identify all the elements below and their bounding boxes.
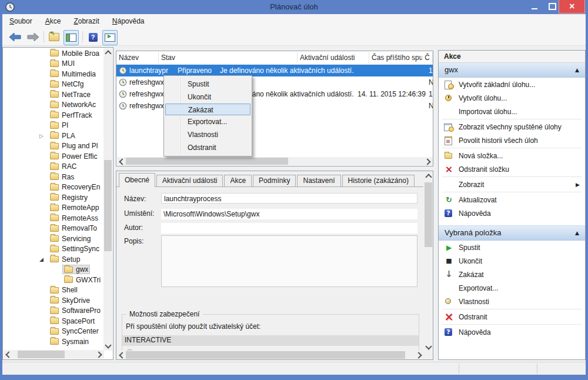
tree-item[interactable]: PI (3, 121, 103, 131)
export-list-button[interactable] (47, 30, 61, 44)
details-tab[interactable]: Historie (zakázáno) (342, 175, 415, 186)
tree-item[interactable]: Power Effic (3, 151, 103, 162)
tree-item[interactable]: PLA (3, 131, 103, 141)
context-menu-item[interactable]: Zakázat (165, 104, 250, 115)
tree-item[interactable]: PerfTrack (3, 110, 103, 121)
maximize-button[interactable] (544, 0, 560, 13)
tree-item[interactable]: Ras (3, 172, 103, 182)
tree-item[interactable]: NetworkAc (3, 100, 103, 111)
action-item[interactable]: Nová složka... (439, 149, 585, 162)
selected-item-section-header[interactable]: Vybraná položka (439, 225, 585, 241)
tree-item[interactable]: SoftwarePro (3, 306, 103, 316)
action-item[interactable]: Zobrazit (439, 178, 585, 191)
forward-button[interactable] (26, 30, 40, 44)
tree-item[interactable]: Servicing (3, 234, 103, 244)
tree-item[interactable]: Setup (3, 254, 103, 265)
action-item[interactable]: Nápověda (439, 206, 585, 220)
scroll-right-button[interactable] (424, 157, 433, 166)
back-button[interactable] (8, 30, 22, 44)
folder-actions-section-header[interactable]: gwx (439, 63, 585, 78)
context-menu-item[interactable]: Vlastnosti (164, 128, 252, 141)
tree-item[interactable]: SpacePort (3, 316, 103, 326)
tree-item[interactable]: Mobile Broa (3, 48, 103, 59)
action-item[interactable]: Spustit (439, 241, 585, 254)
scroll-left-button[interactable] (117, 157, 126, 166)
minimize-button[interactable] (527, 0, 542, 13)
scrollbar-thumb[interactable] (18, 351, 65, 358)
tree-item[interactable]: NetTrace (3, 89, 103, 100)
tree-item[interactable]: SettingSync (3, 244, 103, 255)
tree-item[interactable]: SyncCenter (3, 326, 103, 337)
scroll-down-button[interactable] (424, 343, 433, 352)
help-button[interactable] (86, 30, 100, 44)
action-item[interactable]: Odstranit (439, 310, 585, 324)
column-header[interactable]: Čas příštího spuštění (369, 52, 422, 63)
tree-item[interactable]: RemoteApp (3, 203, 103, 214)
tree-horizontal-scrollbar[interactable] (4, 350, 104, 359)
tree-item[interactable]: SkyDrive (3, 295, 103, 306)
scrollbar-thumb[interactable] (126, 158, 288, 165)
scroll-left-button[interactable] (117, 351, 126, 359)
tree-item[interactable]: gwx (3, 265, 103, 275)
tree-expander-icon[interactable] (39, 256, 48, 262)
menu-bar-item[interactable]: Soubor (9, 17, 32, 25)
tree-item[interactable]: Plug and Pl (3, 141, 103, 152)
action-item[interactable]: Importovat úlohu... (439, 105, 585, 118)
collapse-section-icon[interactable] (575, 63, 579, 77)
tree-item[interactable]: Sysmain (3, 336, 103, 347)
show-running-tasks-button[interactable] (102, 30, 118, 45)
tree-item[interactable]: Registry (3, 192, 103, 203)
scrollbar-thumb[interactable] (126, 351, 405, 359)
column-header[interactable]: Stav (159, 52, 298, 63)
context-menu-item[interactable]: Exportovat... (164, 115, 252, 128)
details-tab[interactable]: Obecné (119, 173, 155, 187)
scroll-right-button[interactable] (95, 350, 104, 359)
tree-item[interactable]: GWXTri (3, 275, 103, 285)
details-horizontal-scrollbar[interactable] (117, 351, 424, 359)
task-list-horizontal-scrollbar[interactable] (117, 157, 433, 165)
details-tab[interactable]: Podmínky (253, 175, 296, 186)
scroll-up-button[interactable] (103, 48, 112, 57)
menu-bar-item[interactable]: Nápověda (112, 17, 145, 25)
tree-item[interactable]: MUI (3, 59, 103, 69)
column-header[interactable]: Aktivační události (298, 52, 369, 63)
action-item[interactable]: Vytvořit úlohu... (439, 91, 585, 105)
context-menu-item[interactable]: Spustit (164, 78, 252, 91)
tree-item[interactable]: RecoveryEn (3, 182, 103, 193)
close-button[interactable] (559, 0, 585, 14)
column-header[interactable]: Název (116, 52, 159, 63)
tree-item[interactable]: Shell (3, 285, 103, 296)
scroll-left-button[interactable] (4, 350, 12, 359)
tree-item[interactable]: Multimedia (3, 69, 103, 79)
scroll-up-button[interactable] (424, 172, 433, 181)
scrollbar-thumb[interactable] (425, 182, 432, 247)
menu-bar-item[interactable]: Akce (45, 17, 61, 25)
tree-expander-icon[interactable] (39, 133, 48, 139)
action-item[interactable]: Vytvořit základní úlohu... (439, 78, 585, 91)
collapse-section-icon[interactable] (575, 226, 579, 240)
tree-item[interactable]: RAC (3, 162, 103, 172)
action-item[interactable]: Zobrazit všechny spuštěné úlohy (439, 120, 585, 134)
tree-item[interactable]: RemoteAss (3, 213, 103, 224)
action-item[interactable]: Vlastnosti (439, 295, 585, 308)
tree-item[interactable]: RemovalTo (3, 224, 103, 234)
scroll-right-button[interactable] (415, 351, 424, 359)
task-name-field[interactable]: launchtrayprocess (161, 193, 417, 204)
column-header[interactable]: Č (422, 52, 433, 63)
action-item[interactable]: Nápověda (439, 325, 585, 339)
context-menu-item[interactable]: Odstranit (164, 141, 252, 154)
action-item[interactable]: Ukončit (439, 254, 585, 268)
action-item[interactable]: Zakázat (439, 268, 585, 281)
scroll-down-button[interactable] (103, 342, 112, 351)
tree-item[interactable]: NetCfg (3, 79, 103, 90)
action-item[interactable]: Odstranit složku (439, 162, 585, 176)
task-row[interactable]: launchtraypr Připraveno Je definováno ně… (116, 65, 433, 76)
show-action-pane-button[interactable] (64, 30, 79, 45)
action-item[interactable]: Exportovat... (439, 281, 585, 295)
action-item[interactable]: Povolit historii všech úloh (439, 134, 585, 147)
details-vertical-scrollbar[interactable] (424, 172, 433, 352)
menu-bar-item[interactable]: Zobrazit (74, 17, 99, 25)
tree-vertical-scrollbar[interactable] (103, 48, 112, 351)
details-tab[interactable]: Akce (224, 175, 252, 186)
action-item[interactable]: Aktualizovat (439, 193, 585, 206)
